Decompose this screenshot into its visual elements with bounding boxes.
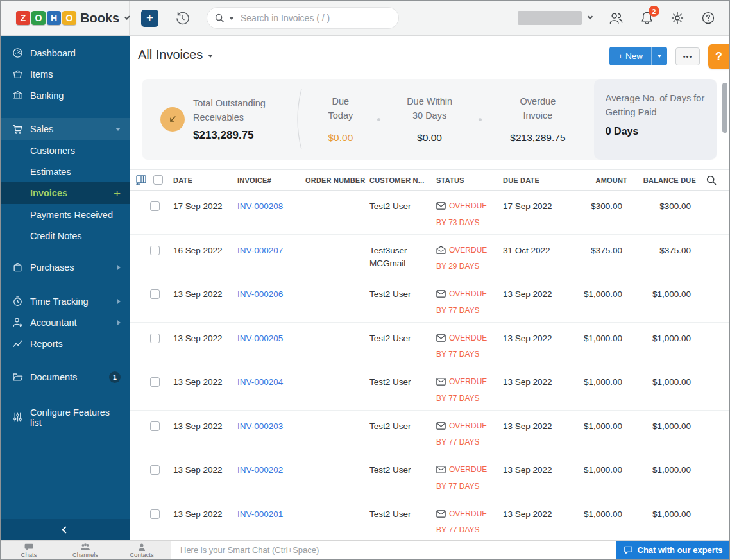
sidebar-item-label: Customers (30, 146, 75, 156)
row-checkbox[interactable] (150, 246, 160, 255)
app-logo[interactable]: Z O H O Books (1, 1, 130, 35)
cell-date: 13 Sep 2022 (173, 508, 237, 522)
column-header-amount[interactable]: AMOUNT (567, 176, 627, 184)
cell-balance-due: $1,000.00 (627, 508, 696, 522)
table-row[interactable]: 13 Sep 2022 INV-000202 Test2 User OVERDU… (130, 454, 729, 498)
global-search[interactable] (207, 7, 399, 29)
accountant-person-icon (12, 317, 23, 328)
sidebar-item-documents[interactable]: Documents 1 (1, 366, 130, 387)
sidebar-item-banking[interactable]: Banking (1, 85, 130, 106)
quick-create-button[interactable]: + (141, 10, 158, 27)
column-header-invoice[interactable]: INVOICE# (237, 176, 305, 184)
cell-customer: Test3user MCGmail (369, 244, 436, 271)
customize-columns-icon[interactable] (136, 175, 148, 185)
main-content: All Invoices + New ••• ? Total Outstandi… (130, 36, 729, 540)
sidebar-item-accountant[interactable]: Accountant (1, 312, 130, 333)
select-all-checkbox[interactable] (153, 175, 163, 185)
referral-users-icon[interactable] (609, 12, 624, 25)
sidebar-collapse-button[interactable] (1, 519, 130, 540)
table-row[interactable]: 13 Sep 2022 INV-000201 Test2 User OVERDU… (130, 498, 729, 541)
row-checkbox[interactable] (150, 465, 160, 475)
table-search-icon[interactable] (696, 175, 729, 185)
logo-tile: Z (16, 11, 30, 25)
sidebar-item-sales[interactable]: Sales (1, 118, 130, 140)
logo-tile: O (31, 11, 46, 25)
new-invoice-button[interactable]: + New (609, 47, 651, 65)
chevron-down-icon[interactable] (124, 14, 130, 19)
invoice-number-link[interactable]: INV-000203 (237, 421, 283, 431)
column-header-status[interactable]: STATUS (436, 176, 503, 184)
sidebar-item-items[interactable]: Items (1, 64, 130, 85)
help-icon[interactable] (701, 11, 715, 25)
new-button-dropdown[interactable] (651, 47, 667, 65)
sidebar-item-invoices[interactable]: Invoices + (1, 182, 130, 204)
add-invoice-icon[interactable]: + (114, 187, 121, 199)
summary-label: Total Outstanding Receivables (193, 97, 289, 125)
sidebar-item-time-tracking[interactable]: Time Tracking (1, 291, 130, 312)
row-checkbox[interactable] (150, 201, 160, 211)
sidebar-item-purchases[interactable]: Purchases (1, 257, 130, 278)
table-row[interactable]: 13 Sep 2022 INV-000205 Test2 User OVERDU… (130, 323, 729, 367)
invoice-number-link[interactable]: INV-000201 (237, 509, 283, 519)
sidebar-item-customers[interactable]: Customers (1, 140, 130, 161)
invoice-number-link[interactable]: INV-000204 (237, 377, 283, 387)
chat-tab-channels[interactable]: Channels (57, 541, 114, 559)
chat-tab-contacts[interactable]: Contacts (114, 541, 170, 559)
sidebar-item-payments-received[interactable]: Payments Received (1, 204, 130, 225)
cell-customer: Test2 User (369, 376, 436, 389)
column-header-order-number[interactable]: ORDER NUMBER (305, 176, 369, 184)
page-title[interactable]: All Invoices (138, 47, 213, 62)
notifications-bell-icon[interactable]: 2 (640, 11, 654, 25)
column-header-customer[interactable]: CUSTOMER N... (369, 176, 436, 184)
chat-tab-chats[interactable]: Chats (1, 541, 57, 559)
invoice-number-link[interactable]: INV-000205 (237, 334, 283, 343)
column-header-due-date[interactable]: DUE DATE (503, 176, 567, 184)
invoice-number-link[interactable]: INV-000207 (237, 246, 283, 255)
cell-balance-due: $300.00 (627, 200, 696, 214)
shopping-bag-icon (12, 262, 23, 273)
status-detail: BY 77 DAYS (436, 436, 498, 448)
cell-status: OVERDUE BY 77 DAYS (436, 420, 503, 448)
sidebar-item-dashboard[interactable]: Dashboard (1, 42, 130, 64)
envelope-icon (436, 466, 446, 473)
cell-status: OVERDUE BY 77 DAYS (436, 508, 503, 536)
chevron-right-icon (117, 265, 121, 270)
invoice-number-link[interactable]: INV-000206 (237, 289, 283, 299)
sidebar-item-credit-notes[interactable]: Credit Notes (1, 225, 130, 246)
row-checkbox[interactable] (150, 509, 160, 519)
recent-history-icon[interactable] (174, 10, 190, 26)
invoice-number-link[interactable]: INV-000208 (237, 201, 283, 211)
row-checkbox[interactable] (150, 289, 160, 299)
vertical-scrollbar[interactable] (722, 83, 727, 133)
search-input[interactable] (241, 13, 382, 23)
row-checkbox[interactable] (150, 421, 160, 431)
summary-card: Total Outstanding Receivables $213,289.7… (142, 79, 717, 160)
search-scope-caret-icon[interactable] (229, 17, 234, 20)
sidebar-item-configure-features[interactable]: Configure Features list (1, 407, 130, 428)
column-header-date[interactable]: DATE (173, 176, 237, 184)
status-detail: BY 77 DAYS (436, 524, 498, 536)
table-row[interactable]: 17 Sep 2022 INV-000208 Test2 User OVERDU… (130, 191, 729, 235)
column-header-balance-due[interactable]: BALANCE DUE (627, 176, 696, 184)
sidebar-item-label: Banking (30, 90, 64, 101)
cell-amount: $1,000.00 (567, 464, 627, 477)
organization-selector[interactable] (518, 11, 592, 25)
sidebar-item-estimates[interactable]: Estimates (1, 161, 130, 182)
row-checkbox[interactable] (150, 377, 160, 387)
help-panel-button[interactable]: ? (708, 44, 729, 69)
status-text: OVERDUE (449, 288, 487, 300)
row-checkbox[interactable] (150, 334, 160, 343)
contacts-person-icon (138, 543, 146, 551)
total-outstanding-section: Total Outstanding Receivables $213,289.7… (142, 97, 294, 142)
table-row[interactable]: 13 Sep 2022 INV-000206 Test2 User OVERDU… (130, 278, 729, 323)
table-row[interactable]: 16 Sep 2022 INV-000207 Test3user MCGmail… (130, 235, 729, 279)
cell-balance-due: $1,000.00 (627, 288, 696, 301)
table-row[interactable]: 13 Sep 2022 INV-000204 Test2 User OVERDU… (130, 366, 729, 411)
cell-date: 13 Sep 2022 (173, 288, 237, 301)
sidebar-item-reports[interactable]: Reports (1, 333, 130, 354)
table-row[interactable]: 13 Sep 2022 INV-000203 Test2 User OVERDU… (130, 411, 729, 455)
more-options-button[interactable]: ••• (675, 47, 700, 65)
settings-gear-icon[interactable] (670, 11, 684, 25)
invoice-number-link[interactable]: INV-000202 (237, 465, 283, 475)
chat-with-experts-button[interactable]: Chat with our experts (616, 541, 729, 559)
